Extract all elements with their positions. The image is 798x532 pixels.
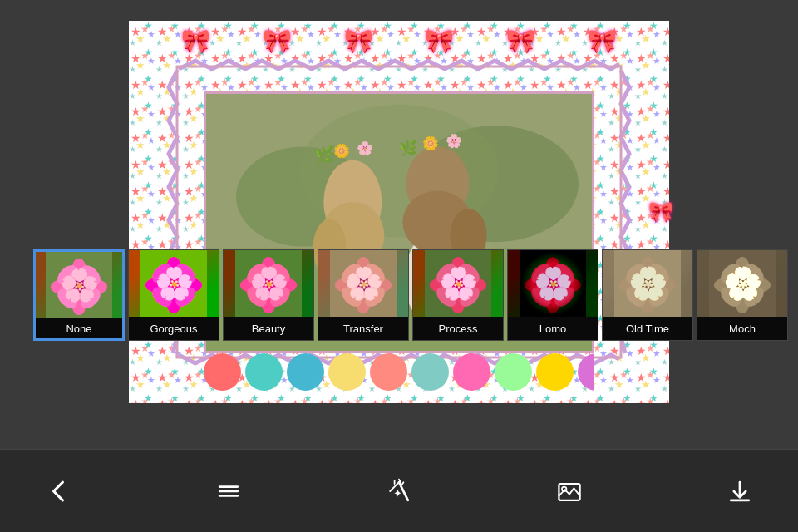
svg-point-43: [71, 278, 87, 295]
svg-rect-125: [709, 250, 776, 317]
filter-process-flower: [413, 250, 503, 317]
svg-rect-101: [520, 250, 586, 317]
svg-point-115: [732, 275, 752, 295]
svg-point-60: [273, 278, 297, 293]
balloon-1: [204, 353, 241, 391]
svg-point-112: [639, 277, 656, 293]
balloon-3: [287, 353, 324, 391]
svg-point-79: [448, 275, 468, 295]
svg-rect-89: [425, 250, 491, 317]
filter-gorgeous-flower: [129, 250, 219, 317]
filter-beauty-thumb: [224, 250, 313, 317]
filter-gorgeous[interactable]: Gorgeous: [128, 249, 219, 341]
filter-moch-thumb: [697, 250, 787, 317]
bow-decorations: 🎀 🎀 🎀 🎀 🎀 🎀: [129, 27, 669, 55]
svg-point-88: [450, 277, 466, 293]
filter-process-label: Process: [413, 317, 503, 340]
svg-point-91: [543, 275, 563, 295]
svg-point-124: [734, 277, 751, 293]
svg-point-49: [179, 278, 202, 293]
filter-lomo-flower: [508, 250, 598, 317]
svg-point-76: [355, 277, 372, 293]
svg-rect-77: [330, 250, 397, 317]
balloon-2: [245, 353, 283, 391]
filter-gorgeous-label: Gorgeous: [129, 317, 219, 340]
filter-beauty-label: Beauty: [224, 317, 313, 340]
filter-lomo-label: Lomo: [508, 317, 598, 340]
bottom-decorations: [204, 353, 594, 395]
filter-lomo-thumb: [508, 250, 598, 317]
svg-point-56: [259, 275, 278, 295]
bow-5: 🎀: [506, 27, 535, 55]
filter-transfer-label: Transfer: [318, 317, 408, 340]
balloon-6: [411, 353, 449, 391]
filter-moch[interactable]: Moch: [697, 249, 788, 341]
bottom-toolbar: ✦: [0, 449, 798, 532]
balloon-4: [328, 353, 366, 391]
svg-point-57: [261, 257, 276, 280]
filter-strip: None: [33, 245, 798, 345]
balloon-8: [495, 353, 532, 391]
filter-transfer-thumb: [318, 250, 408, 317]
svg-point-136: [562, 486, 566, 490]
filter-moch-label: Moch: [697, 317, 787, 340]
filter-oldtime-thumb: [603, 250, 692, 317]
bow-right: 🎀: [648, 200, 673, 224]
filter-oldtime-label: Old Time: [603, 317, 692, 340]
filter-beauty-flower: [224, 250, 313, 317]
svg-point-46: [166, 257, 181, 280]
svg-point-48: [145, 278, 169, 293]
svg-point-37: [51, 279, 74, 294]
filter-none-thumb: [36, 252, 122, 318]
svg-point-103: [638, 275, 658, 295]
gallery-button[interactable]: [544, 466, 594, 516]
photo-frame: ★ ★ ★ ★ ★ ★: [129, 21, 669, 403]
filter-beauty[interactable]: Beauty: [223, 249, 314, 341]
filter-oldtime[interactable]: Old Time: [602, 249, 693, 341]
main-canvas: ★ ★ ★ ★ ★ ★: [0, 0, 798, 424]
svg-point-35: [71, 259, 86, 282]
bow-1: 🎀: [181, 27, 210, 55]
filter-moch-flower: [697, 250, 787, 317]
filter-none-label: None: [36, 318, 122, 338]
filter-process[interactable]: Process: [412, 249, 504, 341]
filter-transfer[interactable]: Transfer: [318, 249, 409, 341]
bow-3: 🎀: [344, 27, 373, 55]
svg-text:✦: ✦: [393, 488, 402, 500]
bow-6: 🎀: [588, 27, 617, 55]
balloon-7: [453, 353, 490, 391]
svg-point-65: [260, 277, 277, 293]
filter-transfer-flower: [318, 250, 408, 317]
bow-4: 🎀: [425, 27, 454, 55]
bow-2: 🎀: [263, 27, 292, 55]
filter-process-thumb: [413, 250, 503, 317]
filter-oldtime-flower: [603, 250, 692, 317]
svg-point-100: [544, 277, 561, 293]
svg-point-45: [164, 275, 184, 295]
balloon-5: [370, 353, 407, 391]
balloon-9: [536, 353, 574, 391]
magic-wand-button[interactable]: ✦: [374, 466, 424, 516]
svg-point-34: [69, 277, 89, 297]
svg-point-59: [240, 278, 264, 293]
svg-point-38: [84, 279, 107, 294]
svg-rect-113: [614, 250, 681, 317]
filter-lomo[interactable]: Lomo: [507, 249, 598, 341]
svg-line-133: [402, 482, 404, 485]
list-button[interactable]: [204, 466, 254, 516]
back-button[interactable]: [33, 466, 83, 516]
filter-none[interactable]: None: [33, 249, 125, 341]
download-button[interactable]: [715, 466, 765, 516]
filter-none-flower: [36, 252, 122, 318]
svg-point-67: [353, 275, 373, 295]
filter-gorgeous-thumb: [129, 250, 219, 317]
svg-point-54: [165, 277, 182, 293]
balloon-10: [578, 353, 594, 391]
